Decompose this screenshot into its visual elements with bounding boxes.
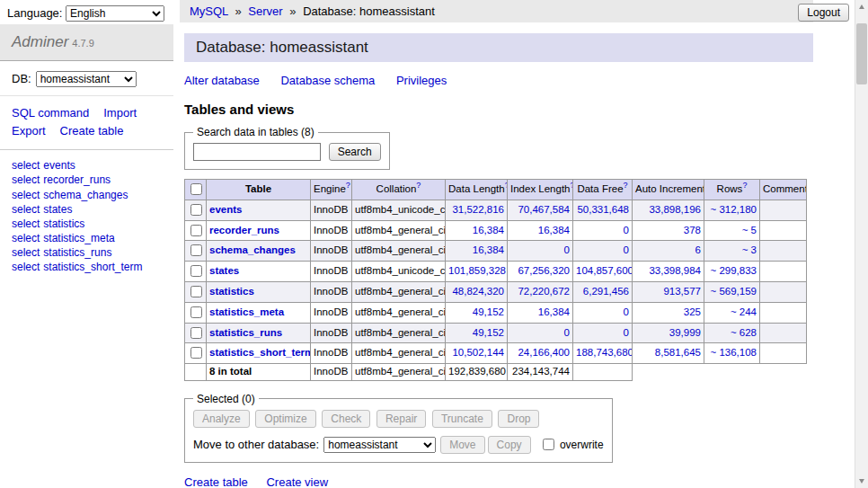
data-free-link[interactable]: 0 [624, 306, 629, 317]
tables-search-input[interactable] [193, 143, 321, 161]
index-length-link[interactable]: 0 [564, 244, 570, 255]
select-link[interactable]: select [12, 232, 40, 244]
vertical-scrollbar[interactable] [855, 0, 868, 488]
copy-button[interactable]: Copy [488, 436, 531, 454]
breadcrumb-link-server[interactable]: Server [248, 4, 282, 18]
column-help-link[interactable]: ? [346, 181, 350, 190]
table-name-link[interactable]: events [209, 204, 242, 215]
select-link[interactable]: select [12, 189, 40, 201]
sidebar-table-link-events[interactable]: events [43, 159, 75, 172]
table-name-link[interactable]: recorder_runs [209, 225, 279, 235]
data-length-link[interactable]: 48,824,320 [452, 286, 504, 297]
select-link[interactable]: select [12, 261, 40, 273]
data-free-link[interactable]: 0 [624, 327, 629, 338]
sidebar-table-link-schema-changes[interactable]: schema_changes [43, 189, 128, 201]
privileges-link[interactable]: Privileges [396, 74, 447, 87]
breadcrumb-link-mysql[interactable]: MySQL [190, 4, 228, 18]
data-length-link[interactable]: 49,152 [473, 327, 504, 338]
data-length-link[interactable]: 10,502,144 [452, 347, 504, 358]
row-checkbox[interactable] [190, 327, 202, 339]
truncate-button[interactable]: Truncate [432, 410, 492, 428]
alter-database-link[interactable]: Alter database [184, 74, 260, 87]
select-link[interactable]: select [12, 217, 40, 230]
data-free-link[interactable]: 188,743,680 [576, 347, 633, 358]
index-length-link[interactable]: 16,384 [538, 225, 570, 235]
auto-increment-link[interactable]: 913,577 [663, 286, 701, 297]
sidebar-link-sql-command[interactable]: SQL command [12, 106, 89, 120]
table-name-link[interactable]: states [209, 265, 239, 276]
data-length-link[interactable]: 16,384 [473, 225, 504, 235]
sidebar-link-create-table[interactable]: Create table [60, 124, 124, 138]
select-link[interactable]: select [12, 159, 40, 172]
data-free-link[interactable]: 50,331,648 [577, 204, 629, 215]
data-length-link[interactable]: 101,859,328 [448, 265, 506, 276]
auto-increment-link[interactable]: 378 [684, 225, 701, 235]
rows-count-link[interactable]: ~ 136,108 [711, 347, 757, 358]
data-length-link[interactable]: 49,152 [473, 306, 504, 317]
row-checkbox[interactable] [190, 306, 202, 318]
data-free-link[interactable]: 6,291,456 [583, 286, 629, 297]
search-button[interactable]: Search [329, 143, 381, 161]
create-view-link[interactable]: Create view [266, 475, 328, 488]
index-length-link[interactable]: 72,220,672 [518, 286, 570, 297]
table-name-link[interactable]: statistics [209, 286, 254, 297]
column-help-link[interactable]: ? [416, 181, 421, 190]
database-schema-link[interactable]: Database schema [280, 74, 375, 87]
row-checkbox[interactable] [190, 265, 202, 277]
table-name-link[interactable]: statistics_runs [209, 327, 282, 338]
rows-count-link[interactable]: ~ 3 [742, 244, 757, 255]
rows-count-link[interactable]: ~ 299,833 [711, 265, 757, 276]
row-checkbox[interactable] [190, 286, 202, 297]
table-name-link[interactable]: statistics_short_term [209, 347, 311, 358]
logout-button[interactable]: Logout [798, 4, 849, 22]
auto-increment-link[interactable]: 33,398,984 [649, 265, 701, 276]
auto-increment-link[interactable]: 33,898,196 [649, 204, 701, 215]
check-button[interactable]: Check [322, 410, 370, 428]
sidebar-link-export[interactable]: Export [12, 124, 46, 138]
row-checkbox[interactable] [190, 244, 202, 256]
move-button[interactable]: Move [440, 436, 484, 454]
select-link[interactable]: select [12, 203, 40, 216]
sidebar-table-link-states[interactable]: states [43, 203, 72, 216]
auto-increment-link[interactable]: 325 [684, 306, 701, 317]
sidebar-table-link-statistics-runs[interactable]: statistics_runs [43, 246, 111, 259]
analyze-button[interactable]: Analyze [193, 410, 250, 428]
data-length-link[interactable]: 31,522,816 [452, 204, 504, 215]
sidebar-table-link-recorder-runs[interactable]: recorder_runs [43, 173, 111, 186]
drop-button[interactable]: Drop [498, 410, 539, 428]
auto-increment-link[interactable]: 8,581,645 [655, 347, 701, 358]
index-length-link[interactable]: 24,166,400 [518, 347, 570, 358]
data-free-link[interactable]: 104,857,600 [576, 265, 633, 276]
select-all-checkbox[interactable] [190, 183, 202, 195]
rows-count-link[interactable]: ~ 628 [731, 327, 757, 338]
data-free-link[interactable]: 0 [624, 225, 629, 235]
column-help-link[interactable]: ? [624, 181, 628, 190]
scrollbar-thumb[interactable] [856, 23, 867, 84]
repair-button[interactable]: Repair [376, 410, 426, 428]
index-length-link[interactable]: 0 [564, 327, 570, 338]
rows-count-link[interactable]: ~ 569,159 [711, 286, 757, 297]
row-checkbox[interactable] [190, 347, 202, 359]
row-checkbox[interactable] [190, 225, 202, 236]
sidebar-table-link-statistics-meta[interactable]: statistics_meta [43, 232, 114, 244]
overwrite-checkbox[interactable] [543, 439, 554, 450]
data-free-link[interactable]: 0 [624, 244, 629, 255]
index-length-link[interactable]: 16,384 [538, 306, 570, 317]
language-select[interactable]: English [66, 5, 164, 22]
scroll-down-icon[interactable] [855, 475, 868, 488]
move-database-select[interactable]: homeassistant [323, 437, 436, 453]
auto-increment-link[interactable]: 6 [695, 244, 701, 255]
select-link[interactable]: select [12, 173, 40, 186]
index-length-link[interactable]: 67,256,320 [518, 265, 570, 276]
table-name-link[interactable]: schema_changes [209, 244, 296, 255]
auto-increment-link[interactable]: 39,999 [669, 327, 701, 338]
rows-count-link[interactable]: ~ 244 [731, 306, 757, 317]
rows-count-link[interactable]: ~ 312,180 [711, 204, 757, 215]
scroll-up-icon[interactable] [855, 0, 868, 13]
select-link[interactable]: select [12, 246, 40, 259]
create-table-link[interactable]: Create table [184, 475, 248, 488]
sidebar-table-link-statistics[interactable]: statistics [43, 217, 84, 230]
sidebar-link-import[interactable]: Import [103, 106, 137, 120]
index-length-link[interactable]: 70,467,584 [518, 204, 570, 215]
row-checkbox[interactable] [190, 204, 202, 216]
